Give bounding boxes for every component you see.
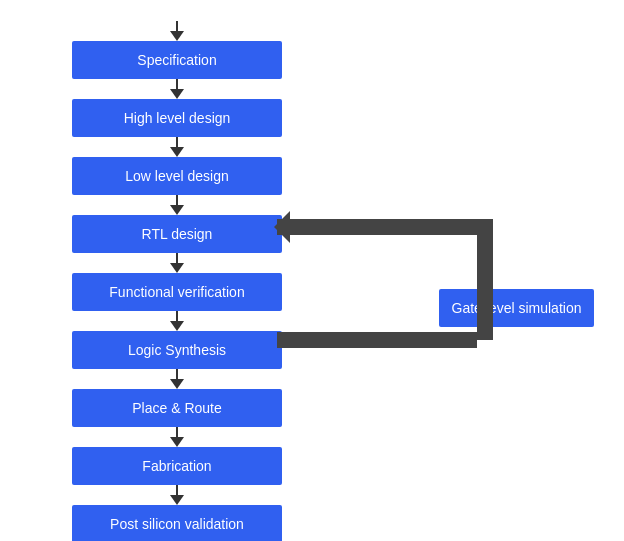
arrow-4 xyxy=(170,253,184,273)
flow-column: Specification High level design Low leve… xyxy=(72,21,282,542)
svg-rect-5 xyxy=(277,332,477,348)
arrow-5 xyxy=(170,311,184,331)
fabrication-label: Fabrication xyxy=(142,458,211,474)
place-route-box: Place & Route xyxy=(72,389,282,427)
diagram-container: Specification High level design Low leve… xyxy=(22,11,602,531)
arrow-6 xyxy=(170,369,184,389)
rtl-design-box: RTL design xyxy=(72,215,282,253)
post-silicon-validation-box: Post silicon validation xyxy=(72,505,282,542)
specification-label: Specification xyxy=(137,52,216,68)
top-entry-arrow xyxy=(170,21,184,41)
rtl-design-label: RTL design xyxy=(142,226,213,242)
logic-synthesis-label: Logic Synthesis xyxy=(128,342,226,358)
gate-level-simulation-box: Gate level simulation xyxy=(439,289,594,327)
high-level-design-label: High level design xyxy=(124,110,231,126)
fabrication-box: Fabrication xyxy=(72,447,282,485)
arrow-8 xyxy=(170,485,184,505)
functional-verification-box: Functional verification xyxy=(72,273,282,311)
post-silicon-validation-label: Post silicon validation xyxy=(110,516,244,532)
svg-rect-3 xyxy=(277,219,493,235)
specification-box: Specification xyxy=(72,41,282,79)
functional-verification-label: Functional verification xyxy=(109,284,244,300)
logic-synthesis-box: Logic Synthesis xyxy=(72,331,282,369)
svg-marker-1 xyxy=(439,333,452,347)
arrow-7 xyxy=(170,427,184,447)
low-level-design-box: Low level design xyxy=(72,157,282,195)
high-level-design-box: High level design xyxy=(72,99,282,137)
arrow-3 xyxy=(170,195,184,215)
arrow-1 xyxy=(170,79,184,99)
place-route-label: Place & Route xyxy=(132,400,222,416)
low-level-design-label: Low level design xyxy=(125,168,229,184)
arrow-2 xyxy=(170,137,184,157)
gate-level-simulation-label: Gate level simulation xyxy=(452,300,582,316)
